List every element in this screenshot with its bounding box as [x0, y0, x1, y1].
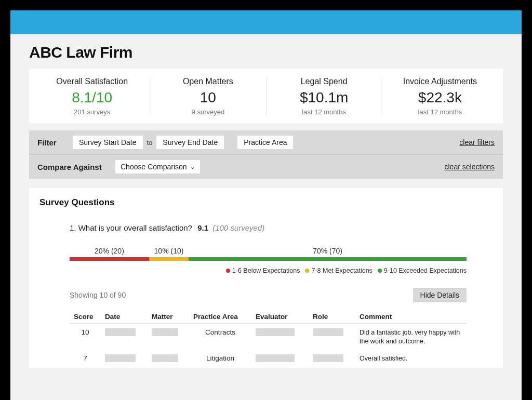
question-score: 9.1 — [197, 223, 208, 232]
metric-open-matters: Open Matters 10 9 surveyed — [150, 77, 266, 116]
bar-label-green: 70% (70) — [189, 247, 467, 255]
clear-filters-link[interactable]: clear filters — [459, 138, 495, 146]
compare-row: Compare Against Choose Comparison ⌄ clea… — [29, 155, 503, 179]
cell-date — [101, 324, 148, 350]
filter-row: Filter Survey Start Date to Survey End D… — [29, 130, 503, 155]
distribution-bar: 20% (20) 10% (10) 70% (70) — [70, 247, 467, 261]
placeholder — [256, 328, 295, 336]
placeholder — [152, 328, 178, 336]
page-title: ABC Law Firm — [29, 44, 503, 61]
bar-seg-yellow — [149, 257, 189, 261]
question-block: 1. What is your overall satisfaction? 9.… — [39, 223, 493, 368]
dot-yellow-icon — [305, 269, 309, 273]
metric-sub: last 12 months — [387, 108, 494, 116]
metric-legal-spend: Legal Spend $10.1m last 12 months — [267, 77, 382, 116]
metric-value: 10 — [154, 89, 261, 106]
hide-details-button[interactable]: Hide Details — [413, 288, 467, 302]
col-matter: Matter — [148, 310, 189, 324]
legend-yellow-label: 7-8 Met Expectations — [311, 267, 372, 274]
cell-comment: Overall satisfied. — [355, 350, 467, 368]
legend-below: 1-6 Below Expectations — [226, 267, 300, 274]
question-number: 1. — [70, 223, 76, 232]
cell-practice: Contracts — [189, 324, 251, 350]
cell-score: 7 — [70, 350, 101, 368]
filter-panel: Filter Survey Start Date to Survey End D… — [29, 130, 503, 179]
details-head: Showing 10 of 90 Hide Details — [70, 288, 467, 302]
cell-role — [309, 324, 355, 350]
metrics-strip: Overall Satisfaction 8.1/10 201 surveys … — [29, 69, 503, 123]
bar-seg-red — [70, 257, 149, 261]
question-line: 1. What is your overall satisfaction? 9.… — [70, 223, 467, 232]
placeholder — [105, 354, 136, 362]
survey-heading: Survey Questions — [39, 197, 493, 208]
cell-score: 10 — [70, 324, 101, 350]
metric-label: Overall Satisfaction — [38, 77, 145, 86]
metric-sub: 201 surveys — [38, 108, 145, 116]
cell-date — [101, 350, 148, 368]
metric-invoice-adjustments: Invoice Adjustments $22.3k last 12 month… — [382, 77, 498, 116]
top-banner — [10, 10, 522, 34]
compare-label: Compare Against — [37, 163, 110, 171]
placeholder — [313, 328, 343, 336]
question-text: What is your overall satisfaction? — [78, 223, 192, 232]
choose-comparison-label: Choose Comparison — [121, 163, 187, 171]
metric-overall-satisfaction: Overall Satisfaction 8.1/10 201 surveys — [34, 77, 150, 116]
choose-comparison-select[interactable]: Choose Comparison ⌄ — [115, 160, 200, 174]
metric-label: Open Matters — [154, 77, 261, 86]
page-body: ABC Law Firm Overall Satisfaction 8.1/10… — [10, 34, 522, 400]
survey-end-date-input[interactable]: Survey End Date — [156, 136, 224, 149]
clear-selections-link[interactable]: clear selections — [445, 163, 495, 171]
chevron-down-icon: ⌄ — [190, 164, 195, 170]
to-label: to — [147, 139, 153, 146]
cell-matter — [148, 324, 189, 350]
survey-start-date-input[interactable]: Survey Start Date — [73, 136, 143, 149]
bar — [70, 257, 467, 261]
col-practice: Practice Area — [189, 310, 251, 324]
details-table: Score Date Matter Practice Area Evaluato… — [70, 310, 467, 368]
survey-section: Survey Questions 1. What is your overall… — [29, 188, 503, 368]
showing-count: Showing 10 of 90 — [70, 291, 126, 299]
table-row: 10 Contracts Did a fantastic job, very h… — [70, 324, 467, 350]
metric-label: Legal Spend — [271, 77, 378, 86]
metric-value: 8.1/10 — [38, 89, 145, 106]
dot-green-icon — [378, 269, 382, 273]
practice-area-input[interactable]: Practice Area — [237, 136, 293, 149]
bar-labels: 20% (20) 10% (10) 70% (70) — [70, 247, 467, 255]
placeholder — [256, 354, 295, 362]
col-comment: Comment — [355, 310, 467, 324]
cell-evaluator — [251, 350, 309, 368]
cell-matter — [148, 350, 189, 368]
col-score: Score — [70, 310, 101, 324]
col-role: Role — [309, 310, 355, 324]
cell-evaluator — [251, 324, 309, 350]
legend-green-label: 9-10 Exceeded Expectations — [384, 267, 467, 274]
metric-value: $10.1m — [271, 89, 378, 106]
metric-value: $22.3k — [387, 89, 494, 106]
dot-red-icon — [226, 269, 230, 273]
col-date: Date — [101, 310, 148, 324]
cell-practice: Litigation — [189, 350, 251, 368]
table-row: 7 Litigation Overall satisfied. — [70, 350, 467, 368]
legend-met: 7-8 Met Expectations — [305, 267, 372, 274]
col-evaluator: Evaluator — [251, 310, 309, 324]
placeholder — [105, 328, 136, 336]
metric-sub: last 12 months — [271, 108, 378, 116]
metric-label: Invoice Adjustments — [387, 77, 494, 86]
bar-label-red: 20% (20) — [70, 247, 149, 255]
bar-label-yellow: 10% (10) — [149, 247, 189, 255]
placeholder — [152, 354, 178, 362]
bar-seg-green — [189, 257, 467, 261]
placeholder — [313, 354, 343, 362]
table-header-row: Score Date Matter Practice Area Evaluato… — [70, 310, 467, 324]
cell-role — [309, 350, 355, 368]
filter-label: Filter — [37, 138, 63, 147]
cell-comment: Did a fantastic job, very happy with the… — [355, 324, 467, 350]
metric-sub: 9 surveyed — [154, 108, 261, 116]
legend: 1-6 Below Expectations 7-8 Met Expectati… — [70, 267, 467, 274]
legend-exceeded: 9-10 Exceeded Expectations — [378, 267, 467, 274]
legend-red-label: 1-6 Below Expectations — [232, 267, 300, 274]
question-surveyed: (100 surveyed) — [212, 223, 264, 232]
